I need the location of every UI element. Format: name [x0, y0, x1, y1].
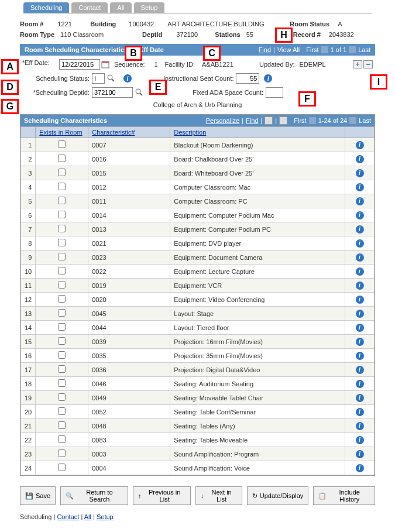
- col-char[interactable]: Characteristic#: [92, 129, 135, 136]
- exists-checkbox[interactable]: [58, 239, 66, 246]
- find-link[interactable]: Find: [259, 46, 271, 53]
- col-desc[interactable]: Description: [174, 129, 206, 136]
- info-icon[interactable]: i: [356, 310, 364, 318]
- first-link[interactable]: First: [306, 46, 318, 53]
- calendar-icon[interactable]: [101, 60, 109, 68]
- exists-checkbox[interactable]: [58, 295, 66, 303]
- grid-next-icon[interactable]: [349, 117, 356, 124]
- info-icon[interactable]: i: [356, 394, 364, 402]
- exists-checkbox[interactable]: [58, 155, 66, 162]
- info-icon[interactable]: i: [356, 225, 364, 234]
- zoom-icon[interactable]: [265, 116, 273, 125]
- info-icon[interactable]: i: [356, 267, 364, 276]
- bottom-contact-link[interactable]: Contact: [57, 513, 79, 520]
- info-icon[interactable]: i: [356, 352, 364, 360]
- personalize-link[interactable]: Personalize: [206, 117, 239, 124]
- exists-checkbox[interactable]: [58, 140, 66, 148]
- bottom-all-link[interactable]: All: [84, 513, 91, 520]
- download-icon[interactable]: [279, 116, 287, 125]
- exists-checkbox[interactable]: [58, 379, 66, 387]
- info-icon[interactable]: i: [356, 282, 364, 290]
- delete-row-button[interactable]: −: [363, 60, 373, 68]
- exists-checkbox[interactable]: [58, 421, 66, 429]
- grid-first-link[interactable]: First: [294, 117, 306, 124]
- info-icon[interactable]: i: [356, 366, 364, 374]
- info-icon[interactable]: i: [356, 408, 364, 416]
- grid-find-link[interactable]: Find: [246, 117, 258, 124]
- exists-checkbox[interactable]: [58, 211, 66, 218]
- view-all-link[interactable]: View All: [277, 46, 300, 53]
- add-row-button[interactable]: +: [353, 60, 362, 68]
- description-cell: Layout: Tiered floor: [170, 321, 345, 335]
- col-exists[interactable]: Exists in Room: [39, 129, 82, 136]
- info-icon[interactable]: i: [356, 436, 364, 444]
- info-icon[interactable]: i: [356, 211, 364, 219]
- previous-button[interactable]: ↑Previous in List: [133, 486, 191, 505]
- info-icon[interactable]: i: [356, 338, 364, 346]
- prev-icon[interactable]: [321, 46, 328, 53]
- info-icon[interactable]: i: [356, 380, 364, 388]
- info-icon[interactable]: i: [356, 169, 364, 177]
- info-icon[interactable]: i: [356, 197, 364, 205]
- tab-all[interactable]: All: [110, 2, 131, 13]
- tab-contact[interactable]: Contact: [71, 2, 108, 13]
- history-button[interactable]: 📋Include History: [313, 486, 375, 505]
- exists-checkbox[interactable]: [58, 197, 66, 204]
- info-icon[interactable]: i: [356, 253, 364, 262]
- update-button[interactable]: ↻Update/Display: [247, 486, 309, 505]
- exists-checkbox[interactable]: [58, 267, 66, 274]
- exists-checkbox[interactable]: [58, 407, 66, 415]
- info-icon[interactable]: i: [356, 141, 364, 149]
- info-icon[interactable]: i: [356, 155, 364, 163]
- grid-prev-icon[interactable]: [309, 117, 316, 124]
- grid-last-link[interactable]: Last: [359, 117, 371, 124]
- exists-checkbox[interactable]: [58, 337, 66, 345]
- exists-checkbox[interactable]: [58, 183, 66, 190]
- exists-checkbox[interactable]: [58, 435, 66, 443]
- tab-setup[interactable]: Setup: [134, 2, 165, 13]
- info-icon[interactable]: i: [356, 422, 364, 430]
- exists-checkbox[interactable]: [58, 393, 66, 401]
- lookup-icon[interactable]: [107, 74, 115, 83]
- section-header: Room Scheduling Characteristics By Eff D…: [20, 44, 375, 56]
- section-body: *Eff Date: Sequence: 1 Facility ID: A&AB…: [20, 56, 375, 114]
- info-icon[interactable]: i: [264, 74, 272, 83]
- seat-count-input[interactable]: [236, 73, 259, 84]
- characteristic-num: 0048: [88, 419, 170, 433]
- info-icon[interactable]: i: [123, 74, 132, 83]
- exists-checkbox[interactable]: [58, 365, 66, 373]
- info-icon[interactable]: i: [356, 239, 364, 248]
- room-type-value: 110 Classroom: [60, 31, 125, 38]
- row-number: 14: [21, 321, 36, 335]
- exists-checkbox[interactable]: [58, 464, 66, 471]
- info-icon[interactable]: i: [356, 324, 364, 332]
- next-icon[interactable]: [349, 46, 356, 53]
- bottom-setup-link[interactable]: Setup: [97, 513, 114, 520]
- exists-checkbox[interactable]: [58, 225, 66, 232]
- return-button[interactable]: 🔍Return to Search: [60, 486, 128, 505]
- sched-status-input[interactable]: [92, 73, 105, 84]
- sched-deptid-input[interactable]: [92, 87, 133, 98]
- exists-checkbox[interactable]: [58, 309, 66, 317]
- exists-checkbox[interactable]: [58, 281, 66, 289]
- last-link[interactable]: Last: [358, 46, 370, 53]
- info-icon[interactable]: i: [356, 296, 364, 304]
- info-icon[interactable]: i: [356, 464, 364, 472]
- lookup-icon[interactable]: [135, 88, 143, 97]
- annotation-f: F: [298, 91, 316, 107]
- characteristic-num: 0012: [88, 180, 170, 194]
- tab-scheduling[interactable]: Scheduling: [23, 2, 69, 13]
- exists-checkbox[interactable]: [58, 449, 66, 457]
- row-number: 22: [21, 433, 36, 447]
- exists-checkbox[interactable]: [58, 351, 66, 359]
- info-icon[interactable]: i: [356, 450, 364, 458]
- save-button[interactable]: 💾Save: [20, 486, 56, 505]
- exists-checkbox[interactable]: [58, 253, 66, 260]
- exists-checkbox[interactable]: [58, 323, 66, 331]
- ada-input[interactable]: [266, 87, 283, 98]
- info-icon[interactable]: i: [356, 183, 364, 191]
- exists-checkbox[interactable]: [58, 169, 66, 176]
- section-title: Room Scheduling Characteristics By Eff D…: [25, 46, 164, 53]
- next-button[interactable]: ↓Next in List: [195, 486, 242, 505]
- eff-date-input[interactable]: [59, 59, 100, 70]
